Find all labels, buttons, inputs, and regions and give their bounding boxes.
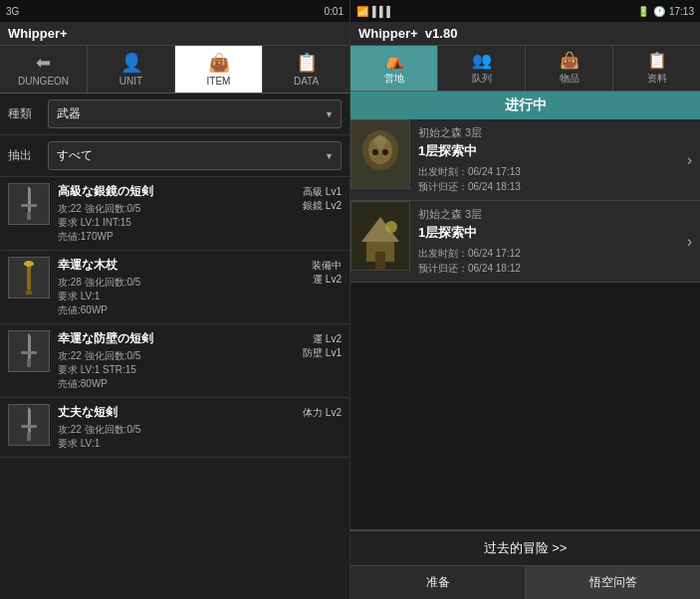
svg-point-19 [382, 149, 388, 155]
dungeon-info-2: 初始之森 3层 1层探索中 出发时刻：06/24 17:12 预计归还：06/2… [410, 201, 679, 282]
item-tag-1: 高級 Lv1 銀鏡 Lv2 [303, 183, 342, 213]
left-nav: ⬅ DUNGEON 👤 UNIT 👜 ITEM 📋 DATA [0, 46, 350, 94]
dungeon-icon: ⬅ [36, 52, 51, 74]
right-nav-data[interactable]: 📋 资料 [613, 46, 700, 91]
dungeon-status-1: 1层探索中 [418, 142, 671, 160]
dungeon-card-2[interactable]: 初始之森 3层 1层探索中 出发时刻：06/24 17:12 预计归还：06/2… [350, 201, 700, 283]
item-name-3: 幸運な防壁の短剣 [58, 330, 297, 347]
nav-unit[interactable]: 👤 UNIT [88, 46, 175, 93]
item-name-4: 丈夫な短剣 [58, 404, 297, 421]
right-nav-unit[interactable]: 👥 队列 [438, 46, 526, 91]
item-tag-4: 体力 Lv2 [303, 404, 342, 420]
nav-item[interactable]: 👜 ITEM [175, 46, 263, 93]
filter-extract-label: 抽出 [8, 147, 48, 164]
prepare-button[interactable]: 准备 [350, 566, 526, 599]
nav-item-label: ITEM [207, 76, 231, 87]
dungeon-image-1 [350, 119, 410, 189]
list-item[interactable]: 幸運な防壁の短剣 攻:22 強化回数:0/5要求 LV:1 STR:15売値:8… [0, 324, 350, 398]
dungeon-title-2: 初始之森 3层 [418, 207, 671, 222]
left-signal: 3G [6, 6, 19, 17]
nav-dungeon[interactable]: ⬅ DUNGEON [0, 46, 88, 93]
dungeon-time-1: 出发时刻：06/24 17:13 预计归还：06/24 18:13 [418, 164, 671, 194]
left-app-title: Whipper+ [0, 22, 350, 46]
filter-type-label: 種類 [8, 105, 48, 122]
list-item[interactable]: 丈夫な短剣 攻:22 強化回数:0/5要求 LV:1 体力 Lv2 [0, 398, 350, 458]
right-battery-icon: 🔋 [637, 6, 649, 17]
list-item[interactable]: 高級な銀鏡の短剣 攻:22 強化回数:0/5要求 LV:1 INT:15売値:1… [0, 177, 350, 251]
svg-rect-8 [21, 351, 37, 354]
svg-marker-9 [28, 333, 30, 335]
right-unit-icon: 👥 [472, 51, 492, 70]
dungeon-title-1: 初始之森 3层 [418, 125, 671, 140]
item-tag-3: 運 Lv2 防壁 Lv1 [303, 330, 342, 360]
item-details-1: 高級な銀鏡の短剣 攻:22 強化回数:0/5要求 LV:1 INT:15売値:1… [58, 183, 297, 244]
bottom-bar: 准备 悟空问答 [350, 565, 700, 599]
right-time: 17:13 [669, 6, 694, 17]
right-nav-data-label: 资料 [647, 72, 667, 86]
item-details-2: 幸運な木杖 攻:28 強化回数:0/5要求 LV:1売値:60WP [58, 257, 306, 317]
dungeon-info-1: 初始之森 3层 1层探索中 出发时刻：06/24 17:13 预计归还：06/2… [410, 119, 679, 200]
dungeon-status-2: 1层探索中 [418, 224, 671, 242]
filter-extract-wrapper: すべて [48, 141, 342, 170]
item-stats-4: 攻:22 強化回数:0/5要求 LV:1 [58, 423, 297, 451]
filter-type-select[interactable]: 武器 [48, 100, 342, 128]
camp-icon: ⛺ [384, 51, 404, 70]
list-item[interactable]: 幸運な木杖 攻:28 強化回数:0/5要求 LV:1売値:60WP 装備中 運 … [0, 251, 350, 324]
item-icon-sword2 [8, 330, 50, 372]
right-nav: ⛺ 営地 👥 队列 👜 物品 📋 资料 [350, 46, 700, 92]
item-name-1: 高級な銀鏡の短剣 [58, 183, 297, 200]
right-app-title: Whipper+ v1.80 [350, 22, 700, 46]
item-icon: 👜 [208, 52, 230, 74]
filter-type-wrapper: 武器 [48, 100, 342, 128]
svg-rect-11 [28, 409, 31, 433]
filter-extract-select[interactable]: すべて [48, 141, 342, 170]
right-nav-camp[interactable]: ⛺ 営地 [350, 46, 438, 91]
svg-rect-3 [27, 212, 31, 220]
right-clock-icon: 🕐 [653, 6, 665, 17]
item-stats-1: 攻:22 強化回数:0/5要求 LV:1 INT:15売値:170WP [58, 202, 297, 244]
item-tag-2: 装備中 運 Lv2 [312, 257, 342, 287]
dungeon-image-2 [350, 201, 410, 271]
right-status-bar: 📶 ▌▌▌ 🔋 🕐 17:13 [350, 0, 700, 22]
right-nav-unit-label: 队列 [472, 72, 492, 86]
unit-icon: 👤 [120, 52, 142, 74]
data-icon: 📋 [296, 52, 318, 74]
svg-rect-12 [21, 425, 37, 428]
svg-point-18 [372, 149, 378, 155]
svg-rect-10 [27, 359, 31, 367]
svg-point-5 [24, 261, 34, 267]
nav-data-label: DATA [294, 76, 319, 87]
right-item-icon: 👜 [560, 51, 580, 70]
filter-type-row: 種類 武器 [0, 94, 350, 135]
left-time: 0:01 [325, 6, 344, 17]
right-signal: ▌▌▌ [372, 6, 393, 17]
item-icon-sword1 [8, 183, 50, 225]
item-details-3: 幸運な防壁の短剣 攻:22 強化回数:0/5要求 LV:1 STR:15売値:8… [58, 330, 297, 391]
svg-marker-2 [28, 186, 30, 188]
right-status-left: 📶 ▌▌▌ [356, 6, 393, 17]
past-adventure-btn[interactable]: 过去的冒险 >> [350, 529, 700, 565]
right-nav-item[interactable]: 👜 物品 [526, 46, 613, 91]
right-version: v1.80 [425, 26, 458, 41]
svg-rect-7 [28, 335, 31, 359]
item-icon-staff [8, 257, 50, 299]
right-panel: 📶 ▌▌▌ 🔋 🕐 17:13 Whipper+ v1.80 ⛺ 営地 👥 队列… [350, 0, 700, 599]
item-name-2: 幸運な木杖 [58, 257, 306, 274]
nav-unit-label: UNIT [119, 76, 142, 87]
right-nav-item-label: 物品 [560, 72, 580, 86]
right-nav-camp-label: 営地 [384, 72, 404, 86]
item-stats-2: 攻:28 強化回数:0/5要求 LV:1売値:60WP [58, 276, 306, 317]
svg-rect-1 [21, 204, 37, 207]
item-stats-3: 攻:22 強化回数:0/5要求 LV:1 STR:15売値:80WP [58, 349, 297, 391]
dungeon-card-1[interactable]: 初始之森 3层 1层探索中 出发时刻：06/24 17:13 预计归还：06/2… [350, 119, 700, 201]
right-status-right: 🔋 🕐 17:13 [637, 6, 694, 17]
svg-rect-14 [27, 433, 31, 441]
left-status-bar: 3G 0:01 [0, 0, 350, 22]
left-panel: 3G 0:01 Whipper+ ⬅ DUNGEON 👤 UNIT 👜 ITEM… [0, 0, 350, 599]
filter-extract-row: 抽出 すべて [0, 135, 350, 177]
svg-marker-13 [28, 407, 30, 409]
nav-data[interactable]: 📋 DATA [263, 46, 350, 93]
nav-dungeon-label: DUNGEON [18, 76, 69, 87]
dungeon-arrow-1: › [679, 119, 700, 200]
dungeon-time-2: 出发时刻：06/24 17:12 预计归还：06/24 18:12 [418, 246, 671, 276]
